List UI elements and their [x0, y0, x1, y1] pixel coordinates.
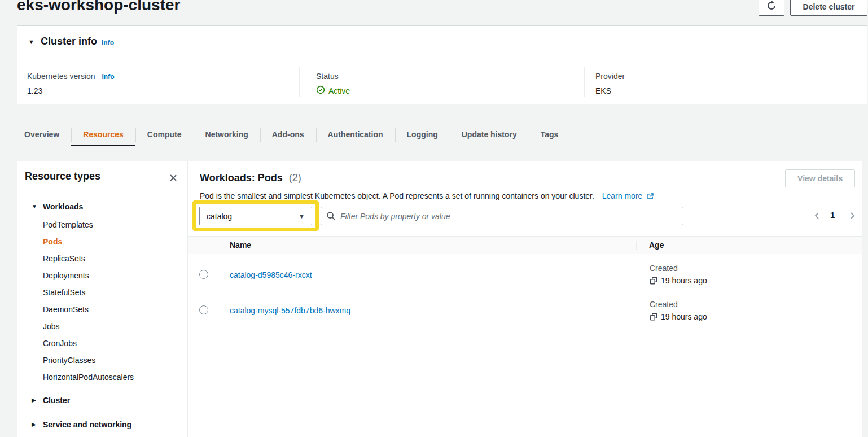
- row-radio-button[interactable]: [199, 305, 208, 314]
- copy-icon[interactable]: [650, 277, 657, 285]
- pod-filter-dropdown-value: catalog: [207, 212, 232, 221]
- tab-resources[interactable]: Resources: [71, 124, 135, 146]
- external-link-icon: [647, 193, 654, 200]
- tab-tags[interactable]: Tags: [529, 124, 571, 146]
- kubernetes-version-label: Kubernetes version Info: [27, 72, 115, 81]
- sidebar-section-service-networking[interactable]: Service and networking: [43, 420, 131, 429]
- column-separator: [218, 241, 218, 250]
- pods-heading: Workloads: Pods (2): [200, 172, 301, 184]
- pods-description: Pod is the smallest and simplest Kuberne…: [200, 191, 654, 200]
- tab-overview[interactable]: Overview: [12, 124, 71, 146]
- column-divider: [584, 67, 585, 97]
- refresh-button[interactable]: [759, 0, 784, 16]
- age-value: 19 hours ago: [650, 312, 707, 321]
- pods-search-input[interactable]: [321, 207, 683, 225]
- cluster-tabs: Overview Resources Compute Networking Ad…: [12, 124, 570, 146]
- sidebar-divider: [187, 161, 188, 437]
- copy-icon[interactable]: [650, 313, 657, 321]
- close-icon[interactable]: [168, 172, 179, 183]
- cluster-info-card: [17, 25, 867, 104]
- learn-more-link[interactable]: Learn more: [602, 191, 654, 200]
- tab-update-history[interactable]: Update history: [450, 124, 529, 146]
- pods-count: (2): [289, 172, 301, 183]
- refresh-icon: [766, 1, 777, 12]
- sidebar-item-daemonsets[interactable]: DaemonSets: [43, 305, 89, 314]
- column-header-name[interactable]: Name: [230, 241, 251, 250]
- provider-label: Provider: [595, 72, 625, 81]
- pods-search: [321, 207, 683, 225]
- tab-add-ons[interactable]: Add-ons: [260, 124, 316, 146]
- workloads-collapse-icon[interactable]: ▼: [32, 203, 37, 209]
- sidebar-section-cluster[interactable]: Cluster: [43, 396, 70, 405]
- row-divider: [188, 292, 862, 292]
- pod-filter-dropdown[interactable]: catalog ▼: [199, 207, 312, 225]
- cluster-info-info-link[interactable]: Info: [102, 39, 114, 47]
- sidebar-item-podtemplates[interactable]: PodTemplates: [43, 220, 93, 229]
- page-title: eks-workshop-cluster: [17, 0, 180, 14]
- tab-compute[interactable]: Compute: [135, 124, 194, 146]
- sidebar-item-cronjobs[interactable]: CronJobs: [43, 339, 77, 348]
- age-value: 19 hours ago: [650, 276, 707, 285]
- pod-name-link[interactable]: catalog-d5985c46-rxcxt: [230, 270, 312, 279]
- current-page-number[interactable]: 1: [830, 210, 835, 220]
- cluster-info-collapse-icon[interactable]: ▼: [28, 38, 34, 45]
- column-divider: [299, 67, 300, 97]
- status-label: Status: [316, 72, 339, 81]
- status-active-icon: [316, 85, 325, 96]
- tab-authentication[interactable]: Authentication: [316, 124, 395, 146]
- tab-logging[interactable]: Logging: [395, 124, 450, 146]
- status-badge: Active: [316, 85, 350, 96]
- eks-console-page: eks-workshop-cluster Delete cluster ▼ Cl…: [0, 0, 868, 437]
- row-radio-button[interactable]: [199, 270, 208, 279]
- column-separator: [636, 241, 637, 250]
- cluster-expand-icon[interactable]: ▶: [32, 397, 36, 403]
- status-value: Active: [328, 86, 350, 95]
- tab-networking[interactable]: Networking: [194, 124, 260, 146]
- sidebar-item-priorityclasses[interactable]: PriorityClasses: [43, 356, 95, 365]
- age-created-label: Created: [650, 300, 678, 309]
- sidebar-item-horizontalpodautoscalers[interactable]: HorizontalPodAutoscalers: [43, 373, 134, 382]
- provider-value: EKS: [595, 86, 611, 95]
- resource-types-title: Resource types: [25, 171, 100, 182]
- cluster-info-title: Cluster info: [41, 36, 97, 47]
- chevron-down-icon: ▼: [299, 213, 305, 220]
- previous-page-icon[interactable]: [813, 211, 822, 220]
- pod-name-link[interactable]: catalog-mysql-557fdb7bd6-hwxmq: [230, 306, 350, 315]
- view-details-button[interactable]: View details: [785, 169, 855, 187]
- sidebar-section-workloads[interactable]: Workloads: [43, 202, 83, 211]
- tabs-baseline: [17, 146, 867, 146]
- sidebar-item-statefulsets[interactable]: StatefulSets: [43, 288, 86, 297]
- sidebar-item-replicasets[interactable]: ReplicaSets: [43, 254, 85, 263]
- sidebar-item-pods[interactable]: Pods: [43, 237, 62, 246]
- kubernetes-version-value: 1.23: [27, 86, 42, 95]
- pods-heading-text: Workloads: Pods: [200, 172, 283, 183]
- kubernetes-version-info-link[interactable]: Info: [102, 73, 115, 81]
- cluster-info-header-divider: [17, 59, 867, 59]
- age-created-label: Created: [650, 264, 678, 273]
- delete-cluster-button[interactable]: Delete cluster: [790, 0, 867, 16]
- pods-table-header: [188, 236, 862, 254]
- sidebar-item-deployments[interactable]: Deployments: [43, 271, 89, 280]
- resources-panel: [17, 161, 862, 437]
- next-page-icon[interactable]: [848, 211, 857, 220]
- column-header-age[interactable]: Age: [649, 241, 664, 250]
- search-icon: [326, 211, 336, 221]
- sidebar-item-jobs[interactable]: Jobs: [43, 322, 60, 331]
- service-networking-expand-icon[interactable]: ▶: [32, 421, 36, 427]
